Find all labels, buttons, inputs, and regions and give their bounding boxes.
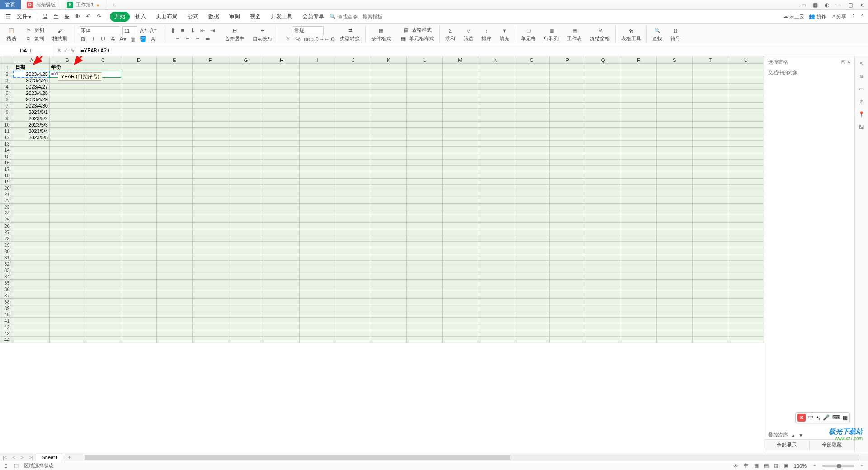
cell[interactable] — [192, 267, 228, 273]
cell[interactable] — [228, 267, 264, 273]
cell[interactable] — [728, 273, 764, 280]
cell[interactable] — [192, 160, 228, 166]
cell[interactable] — [14, 305, 49, 311]
cell[interactable] — [549, 77, 585, 84]
cell[interactable] — [692, 128, 728, 134]
cell[interactable] — [335, 77, 371, 84]
tab-dev[interactable]: 开发工具 — [266, 10, 297, 23]
cell[interactable] — [478, 337, 514, 343]
cell[interactable] — [228, 77, 264, 84]
cell[interactable] — [621, 267, 656, 273]
cell[interactable] — [656, 160, 692, 166]
row-header[interactable]: 26 — [0, 223, 14, 229]
cell[interactable] — [299, 179, 335, 185]
cell[interactable] — [728, 141, 764, 147]
cell[interactable]: 2023/4/26 — [14, 77, 49, 84]
align-mid-icon[interactable]: ≡ — [179, 27, 187, 34]
cell[interactable] — [299, 286, 335, 292]
cell[interactable] — [371, 153, 406, 160]
cell[interactable] — [85, 311, 121, 318]
cell[interactable] — [371, 128, 406, 134]
cell[interactable] — [228, 299, 264, 305]
cell[interactable] — [121, 280, 156, 286]
cell[interactable] — [299, 103, 335, 109]
cell[interactable] — [514, 103, 549, 109]
cell[interactable] — [549, 261, 585, 267]
cell[interactable] — [585, 96, 621, 103]
cell[interactable] — [14, 248, 49, 254]
cell[interactable] — [121, 223, 156, 229]
row-header[interactable]: 15 — [0, 153, 14, 160]
col-header[interactable]: M — [442, 56, 478, 64]
cell[interactable] — [549, 305, 585, 311]
cell[interactable] — [192, 90, 228, 96]
align-justify-icon[interactable]: ≣ — [203, 34, 212, 41]
cell[interactable] — [442, 128, 478, 134]
cell[interactable] — [299, 71, 335, 77]
cell[interactable] — [585, 64, 621, 71]
cell[interactable] — [478, 223, 514, 229]
cell[interactable] — [85, 197, 121, 204]
cell[interactable] — [692, 254, 728, 261]
cell[interactable] — [14, 229, 49, 235]
cell[interactable] — [442, 197, 478, 204]
cell[interactable] — [728, 248, 764, 254]
cell[interactable] — [192, 122, 228, 128]
cell[interactable] — [371, 254, 406, 261]
cell[interactable] — [121, 96, 156, 103]
cell[interactable]: 2023/4/30 — [14, 103, 49, 109]
cell[interactable] — [692, 115, 728, 122]
cell[interactable] — [478, 160, 514, 166]
cell[interactable] — [121, 134, 156, 141]
cell[interactable] — [656, 90, 692, 96]
cell[interactable] — [549, 286, 585, 292]
cell[interactable] — [549, 216, 585, 223]
col-header[interactable]: T — [692, 56, 728, 64]
cell[interactable] — [406, 330, 442, 337]
cell[interactable] — [406, 147, 442, 153]
select-all-corner[interactable] — [0, 56, 14, 64]
cell[interactable] — [228, 115, 264, 122]
cell[interactable] — [299, 229, 335, 235]
cell[interactable] — [156, 96, 192, 103]
cell[interactable] — [85, 286, 121, 292]
strike-icon[interactable]: S̶ — [109, 36, 117, 42]
cell[interactable] — [621, 71, 656, 77]
cell[interactable] — [264, 330, 299, 337]
cell[interactable] — [656, 305, 692, 311]
cell[interactable] — [406, 128, 442, 134]
cell[interactable] — [514, 166, 549, 172]
cell[interactable] — [442, 292, 478, 299]
cell[interactable] — [692, 235, 728, 242]
cell[interactable] — [264, 204, 299, 210]
cell[interactable] — [692, 77, 728, 84]
cell[interactable] — [406, 273, 442, 280]
cell[interactable]: 2023/5/2 — [14, 115, 49, 122]
cell[interactable] — [442, 267, 478, 273]
cell[interactable] — [514, 292, 549, 299]
cell[interactable] — [371, 318, 406, 324]
tab-review[interactable]: 审阅 — [225, 10, 245, 23]
cell[interactable] — [121, 109, 156, 115]
cell[interactable] — [121, 64, 156, 71]
cell[interactable] — [192, 115, 228, 122]
cell[interactable] — [692, 109, 728, 115]
cell[interactable] — [121, 286, 156, 292]
cell[interactable] — [156, 330, 192, 337]
col-header[interactable]: F — [192, 56, 228, 64]
row-header[interactable]: 6 — [0, 96, 14, 103]
cell[interactable] — [264, 115, 299, 122]
cell[interactable] — [621, 280, 656, 286]
cell[interactable] — [264, 71, 299, 77]
cell[interactable] — [728, 128, 764, 134]
collab-button[interactable]: 👥协作 — [809, 13, 826, 20]
cell[interactable] — [371, 134, 406, 141]
cell[interactable] — [299, 299, 335, 305]
cell[interactable] — [335, 96, 371, 103]
cell[interactable] — [728, 216, 764, 223]
cell[interactable] — [728, 330, 764, 337]
cell[interactable] — [514, 96, 549, 103]
order-up-icon[interactable]: ▲ — [791, 432, 796, 438]
cell[interactable] — [121, 147, 156, 153]
cell[interactable] — [192, 84, 228, 90]
